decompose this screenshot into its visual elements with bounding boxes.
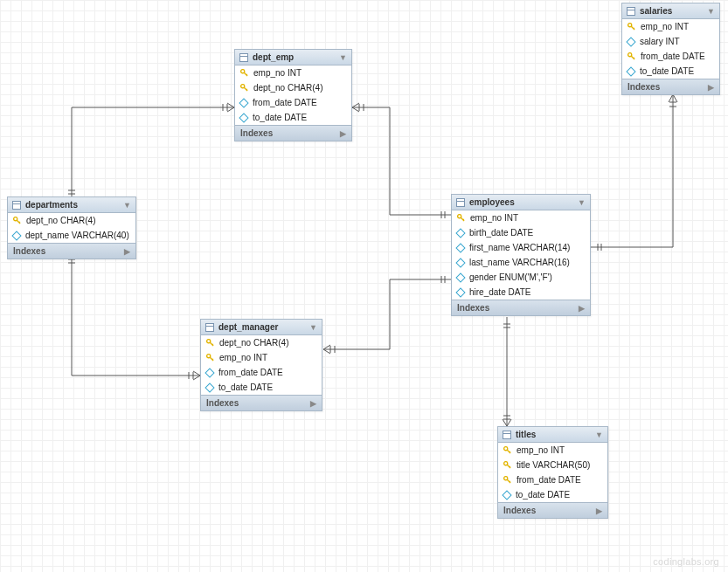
column-text: to_date DATE [218,382,273,392]
column-row[interactable]: last_name VARCHAR(16) [452,255,590,270]
col-icon [455,272,465,282]
col-icon [455,287,465,297]
column-text: emp_no INT [253,68,302,78]
column-row[interactable]: emp_no INT [452,210,590,225]
column-text: hire_date DATE [469,287,530,297]
entity-header[interactable]: departments ▼ [8,197,135,213]
expand-icon: ▶ [579,304,585,313]
col-icon [239,113,248,122]
column-text: last_name VARCHAR(16) [469,258,570,267]
indexes-section[interactable]: Indexes▶ [235,125,351,141]
table-icon [239,53,248,62]
col-icon [239,98,248,107]
entity-header[interactable]: employees ▼ [452,195,590,210]
column-row[interactable]: from_date DATE [235,95,351,110]
col-icon [455,228,465,238]
expand-icon: ▶ [124,247,130,256]
entity-header[interactable]: titles ▼ [498,427,607,443]
column-row[interactable]: salary INT [622,34,719,49]
col-icon [455,243,465,252]
entity-title: dept_emp [253,52,294,62]
column-row[interactable]: to_date DATE [622,64,719,79]
column-text: emp_no INT [470,213,518,223]
pk-icon [206,354,214,362]
column-text: dept_name VARCHAR(40) [25,231,129,240]
indexes-section[interactable]: Indexes▶ [201,395,322,410]
column-text: emp_no INT [641,22,689,31]
column-text: to_date DATE [253,113,307,122]
table-icon [456,198,465,207]
column-row[interactable]: dept_no CHAR(4) [235,80,351,95]
column-row[interactable]: dept_name VARCHAR(40) [8,228,135,243]
pk-icon [503,461,511,469]
entity-departments[interactable]: departments ▼ dept_no CHAR(4) dept_name … [7,196,136,259]
collapse-icon: ▼ [123,201,131,210]
entity-header[interactable]: dept_manager ▼ [201,320,322,335]
collapse-icon: ▼ [595,431,603,439]
entity-title: departments [25,200,78,210]
column-row[interactable]: to_date DATE [235,110,351,125]
indexes-section[interactable]: Indexes▶ [8,243,135,258]
indexes-section[interactable]: Indexes▶ [498,502,607,518]
expand-icon: ▶ [340,129,346,138]
columns-list: emp_no INT salary INT from_date DATE to_… [622,19,719,79]
columns-list: dept_no CHAR(4) dept_name VARCHAR(40) [8,213,135,243]
table-icon [627,7,635,16]
col-icon [205,382,214,392]
column-row[interactable]: hire_date DATE [452,285,590,300]
column-row[interactable]: from_date DATE [498,472,607,487]
column-text: emp_no INT [219,353,267,362]
column-text: to_date DATE [516,490,570,500]
col-icon [455,258,465,267]
pk-icon [240,84,248,92]
entity-dept-emp[interactable]: dept_emp ▼ emp_no INT dept_no CHAR(4) fr… [234,49,352,141]
columns-list: dept_no CHAR(4) emp_no INT from_date DAT… [201,335,322,395]
col-icon [502,490,511,500]
watermark: codinglabs.org [653,556,719,567]
collapse-icon: ▼ [707,7,715,16]
column-row[interactable]: gender ENUM('M','F') [452,270,590,285]
indexes-label: Indexes [206,398,239,408]
table-icon [12,201,21,210]
indexes-section[interactable]: Indexes▶ [622,79,719,94]
column-row[interactable]: emp_no INT [498,443,607,458]
column-row[interactable]: to_date DATE [201,380,322,395]
column-text: from_date DATE [218,368,283,377]
entity-header[interactable]: salaries ▼ [622,3,719,19]
pk-icon [206,339,214,347]
col-icon [626,66,635,76]
expand-icon: ▶ [596,507,602,515]
entity-header[interactable]: dept_emp ▼ [235,50,351,65]
entity-dept-manager[interactable]: dept_manager ▼ dept_no CHAR(4) emp_no IN… [200,319,322,411]
entity-salaries[interactable]: salaries ▼ emp_no INT salary INT from_da… [621,3,720,95]
columns-list: emp_no INT dept_no CHAR(4) from_date DAT… [235,65,351,125]
entity-title: dept_manager [218,322,278,332]
column-row[interactable]: emp_no INT [201,350,322,365]
column-row[interactable]: from_date DATE [201,365,322,380]
table-icon [503,431,511,439]
column-row[interactable]: from_date DATE [622,49,719,64]
indexes-section[interactable]: Indexes▶ [452,300,590,315]
pk-icon [503,476,511,484]
column-row[interactable]: title VARCHAR(50) [498,458,607,472]
column-text: emp_no INT [517,445,565,455]
column-row[interactable]: dept_no CHAR(4) [201,335,322,350]
column-text: dept_no CHAR(4) [219,338,288,348]
indexes-label: Indexes [13,246,45,256]
collapse-icon: ▼ [339,53,347,62]
column-row[interactable]: dept_no CHAR(4) [8,213,135,228]
column-row[interactable]: birth_date DATE [452,225,590,240]
col-icon [626,37,635,46]
entity-titles[interactable]: titles ▼ emp_no INT title VARCHAR(50) fr… [497,426,608,519]
column-row[interactable]: emp_no INT [235,65,351,80]
column-text: first_name VARCHAR(14) [469,243,570,252]
pk-icon [457,214,465,222]
column-row[interactable]: first_name VARCHAR(14) [452,240,590,255]
pk-icon [240,69,248,77]
column-text: to_date DATE [640,66,694,76]
indexes-label: Indexes [457,303,489,313]
column-row[interactable]: to_date DATE [498,487,607,502]
entity-employees[interactable]: employees ▼ emp_no INT birth_date DATE f… [451,194,591,316]
column-text: salary INT [640,37,680,46]
column-row[interactable]: emp_no INT [622,19,719,34]
